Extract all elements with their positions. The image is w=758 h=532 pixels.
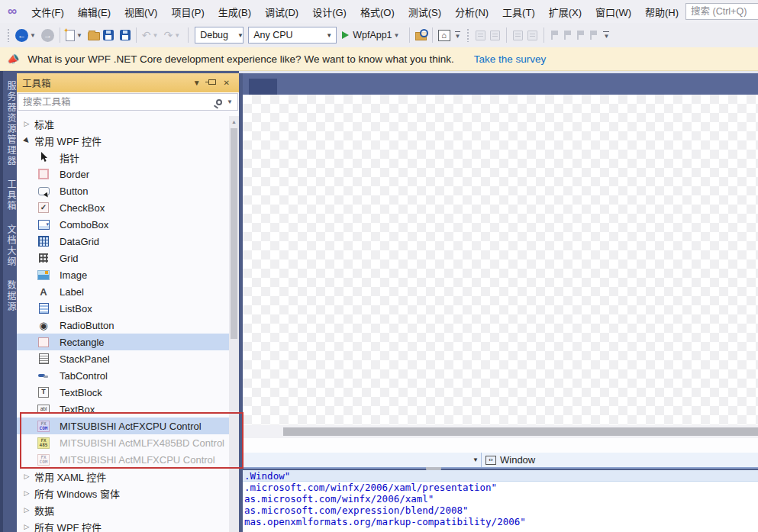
toolbox-item-datagrid[interactable]: DataGrid	[17, 233, 239, 250]
dock-tab-data-sources[interactable]: 数据源	[3, 277, 18, 315]
fx-485-icon: FX485	[37, 437, 50, 449]
toolbox-item-listbox[interactable]: ListBox	[17, 300, 239, 317]
left-dock-strip: 服务器资源管理器 工具箱 文档大纲 数据源	[0, 71, 17, 532]
rectangle-icon	[37, 336, 50, 348]
element-navigator-right-dropdown[interactable]: ‹› Window	[482, 454, 758, 466]
expander-collapsed-icon[interactable]	[22, 120, 31, 127]
toolbox-item-stackpanel[interactable]: StackPanel	[17, 350, 239, 367]
uncomment-button	[490, 31, 500, 40]
expander-expanded-icon[interactable]	[22, 137, 31, 144]
toolbar-grip[interactable]	[7, 28, 11, 42]
start-debugging-button[interactable]: WpfApp1 ▼	[342, 30, 402, 40]
auto-hide-pin-button[interactable]	[205, 79, 220, 87]
pointer-icon	[37, 151, 50, 163]
open-folder-icon	[88, 32, 100, 40]
menu-item-help[interactable]: 帮助(H)	[638, 1, 685, 23]
menu-item-analyze[interactable]: 分析(N)	[448, 1, 495, 23]
menu-item-window[interactable]: 窗口(W)	[589, 1, 638, 23]
menu-item-file[interactable]: 文件(F)	[24, 1, 71, 23]
new-file-button[interactable]: ▼	[66, 30, 85, 41]
toolbox-item-textbox[interactable]: TextBox	[17, 401, 239, 418]
toolbox-item-checkbox[interactable]: CheckBox	[17, 199, 239, 216]
toolbox-item-tabcontrol[interactable]: TabControl	[17, 367, 239, 384]
previous-bookmark-button	[564, 31, 571, 40]
window-position-dropdown-icon[interactable]: ▼	[189, 79, 205, 87]
expander-collapsed-icon[interactable]	[22, 489, 31, 497]
scrollbar-thumb[interactable]	[231, 128, 237, 339]
menu-item-extensions[interactable]: 扩展(X)	[542, 1, 589, 23]
toolbox-section-common-xaml-controls[interactable]: 常用 XAML 控件	[17, 468, 239, 485]
toolbox-search-input[interactable]	[18, 97, 216, 108]
toolbox-item-pointer[interactable]: 指针	[17, 149, 239, 166]
toolbox-item-textblock[interactable]: TextBlock	[17, 384, 239, 401]
toolbox-item-grid[interactable]: Grid	[17, 250, 239, 266]
solution-explorer-home-button[interactable]: ⌂	[438, 30, 450, 41]
section-label: 标准	[34, 117, 54, 131]
toolbar-separator	[188, 27, 189, 43]
decrease-indent-button	[513, 31, 523, 40]
menu-item-edit[interactable]: 编辑(E)	[71, 1, 118, 23]
toolbox-section-all-wpf-controls[interactable]: 所有 WPF 控件	[17, 518, 239, 532]
undo-icon: ↶	[142, 30, 151, 40]
toolbox-item-border[interactable]: Border	[17, 166, 239, 182]
toolbox-section-data[interactable]: 数据	[17, 501, 239, 518]
designer-artboard-tab[interactable]	[249, 79, 277, 95]
expander-collapsed-icon[interactable]	[22, 506, 31, 514]
dock-tab-server-explorer[interactable]: 服务器资源管理器	[3, 78, 18, 169]
menu-item-view[interactable]: 视图(V)	[118, 1, 164, 23]
dock-tab-toolbox[interactable]: 工具箱	[3, 176, 18, 214]
toolbox-section-common-wpf-controls[interactable]: 常用 WPF 控件	[17, 132, 239, 149]
toolbox-item-button[interactable]: Button	[17, 182, 239, 199]
toolbox-section-standard[interactable]: 标准	[17, 115, 239, 132]
menu-item-debug[interactable]: 调试(D)	[258, 1, 305, 23]
toolbox-item-combobox[interactable]: ComboBox	[17, 216, 239, 233]
toolbar-grip[interactable]	[466, 28, 470, 42]
increase-indent-button	[527, 31, 537, 40]
item-label: ListBox	[60, 303, 92, 314]
scroll-up-arrow-icon[interactable]: ▲	[229, 116, 239, 124]
find-in-files-button[interactable]	[415, 31, 427, 40]
toolbar-overflow-button[interactable]: ▼	[455, 31, 461, 40]
toolbox-item-mitsubishi-actmlfxcpu: FXCOM MITSUBISHI ActMLFXCPU Control	[17, 451, 239, 468]
toolbox-item-rectangle[interactable]: Rectangle	[17, 334, 239, 350]
toolbox-item-image[interactable]: Image	[17, 266, 239, 283]
expander-collapsed-icon[interactable]	[22, 523, 31, 530]
redo-button: ↷▼	[164, 30, 183, 40]
expander-collapsed-icon[interactable]	[22, 472, 31, 480]
code-line: as.microsoft.com/winfx/2006/xaml"	[243, 493, 758, 505]
menu-item-test[interactable]: 测试(S)	[402, 1, 448, 23]
toolbox-item-radiobutton[interactable]: RadioButton	[17, 317, 239, 334]
open-file-button[interactable]	[88, 30, 100, 40]
scrollbar-thumb[interactable]	[283, 427, 758, 436]
xaml-code-editor[interactable]: .Window" .microsoft.com/winfx/2006/xaml/…	[243, 470, 758, 532]
take-survey-link[interactable]: Take the survey	[474, 53, 547, 65]
play-icon	[342, 31, 349, 39]
menu-item-build[interactable]: 生成(B)	[211, 1, 258, 23]
toolbox-search-box: ▼	[18, 93, 238, 111]
toolbox-item-label[interactable]: Label	[17, 283, 239, 300]
menu-item-design[interactable]: 设计(G)	[305, 1, 353, 23]
solution-configuration-dropdown[interactable]: Debug ▼	[195, 27, 244, 44]
toolbox-item-mitsubishi-actfxcpu[interactable]: FXCOM MITSUBISHI ActFXCPU Control	[17, 418, 239, 434]
navigate-back-button[interactable]: ←▼	[15, 29, 38, 42]
designer-horizontal-scrollbar[interactable]	[243, 425, 758, 438]
design-surface[interactable]	[243, 95, 758, 425]
menu-item-tools[interactable]: 工具(T)	[495, 1, 542, 23]
toolbox-vertical-scrollbar[interactable]: ▲	[229, 116, 239, 532]
solution-platform-dropdown[interactable]: Any CPU ▼	[248, 27, 337, 44]
item-label: MITSUBISHI ActMLFXCPU Control	[60, 454, 215, 466]
menu-item-format[interactable]: 格式(O)	[353, 1, 402, 23]
toolbar-overflow-button[interactable]: ▼	[603, 31, 609, 40]
designer-xaml-splitter[interactable]	[243, 438, 758, 453]
toolbox-section-all-windows-forms[interactable]: 所有 Windows 窗体	[17, 485, 239, 501]
dock-tab-document-outline[interactable]: 文档大纲	[3, 221, 18, 270]
toolbox-header[interactable]: 工具箱 ▼ ✕	[17, 73, 239, 92]
save-button[interactable]	[103, 30, 114, 40]
search-options-caret-icon[interactable]: ▼	[227, 98, 233, 105]
quick-search-input[interactable]	[685, 3, 758, 20]
close-toolbox-button[interactable]: ✕	[220, 79, 234, 87]
element-navigator-left-dropdown[interactable]: ▼	[243, 453, 481, 467]
menu-item-project[interactable]: 项目(P)	[164, 1, 211, 23]
save-all-button[interactable]	[120, 30, 131, 40]
current-element-label: Window	[500, 454, 535, 466]
